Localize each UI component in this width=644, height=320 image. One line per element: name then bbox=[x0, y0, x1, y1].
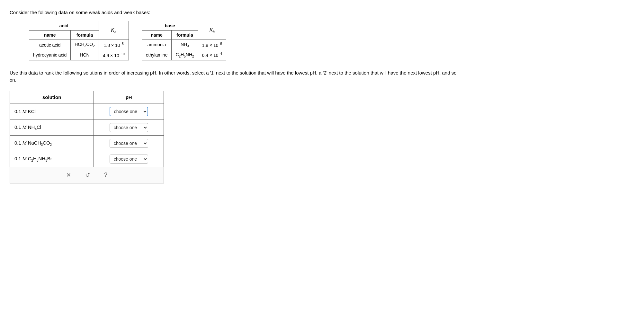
action-row: ✕ ↺ ? bbox=[10, 167, 164, 183]
solution-label-3: 0.1 M NaCH3CO2 bbox=[10, 135, 94, 151]
solution-row-4: 0.1 M C2H5NH3Br choose one 1 2 3 4 bbox=[10, 151, 164, 167]
solution-col-header: solution bbox=[10, 91, 94, 103]
base-kb-2: 6.4 × 10−4 bbox=[198, 50, 226, 60]
acid-row-1: acetic acid HCH3CO2 1.8 × 10−5 bbox=[29, 40, 129, 50]
base-row-1: ammonia NH3 1.8 × 10−5 bbox=[142, 40, 226, 50]
base-kb-1: 1.8 × 10−5 bbox=[198, 40, 226, 50]
instructions-text: Use this data to rank the following solu… bbox=[10, 69, 460, 84]
base-name-2: ethylamine bbox=[142, 50, 172, 60]
base-row-2: ethylamine C2H5NH2 6.4 × 10−4 bbox=[142, 50, 226, 60]
solution-row-2: 0.1 M NH4Cl choose one 1 2 3 4 bbox=[10, 120, 164, 135]
solution-row-3: 0.1 M NaCH3CO2 choose one 1 2 3 4 bbox=[10, 135, 164, 151]
acid-formula-2: HCN bbox=[71, 50, 99, 60]
ka-header: Ka bbox=[99, 21, 129, 40]
solution-label-1: 0.1 M KCl bbox=[10, 103, 94, 120]
intro-text: Consider the following data on some weak… bbox=[10, 10, 634, 15]
undo-button[interactable]: ↺ bbox=[83, 170, 93, 180]
acid-ka-1: 1.8 × 10−5 bbox=[99, 40, 129, 50]
ph-cell-4: choose one 1 2 3 4 bbox=[94, 151, 164, 167]
base-name-1: ammonia bbox=[142, 40, 172, 50]
acid-row-2: hydrocyanic acid HCN 4.9 × 10−10 bbox=[29, 50, 129, 60]
acid-formula-header: formula bbox=[71, 31, 99, 40]
acid-name-header: name bbox=[29, 31, 71, 40]
acid-ka-2: 4.9 × 10−10 bbox=[99, 50, 129, 60]
acid-name-1: acetic acid bbox=[29, 40, 71, 50]
acid-name-2: hydrocyanic acid bbox=[29, 50, 71, 60]
ph-select-1[interactable]: choose one 1 2 3 4 bbox=[110, 107, 148, 116]
base-table: base Kb name formula ammonia NH3 1.8 × 1… bbox=[142, 21, 226, 60]
base-formula-2: C2H5NH2 bbox=[172, 50, 198, 60]
solution-table: solution pH 0.1 M KCl choose one 1 2 3 4 bbox=[10, 91, 164, 167]
tables-row: acid Ka name formula acetic acid HCH3CO2… bbox=[29, 21, 634, 60]
base-header: base bbox=[142, 21, 198, 31]
solution-row-1: 0.1 M KCl choose one 1 2 3 4 bbox=[10, 103, 164, 120]
solution-label-4: 0.1 M C2H5NH3Br bbox=[10, 151, 94, 167]
acid-formula-1: HCH3CO2 bbox=[71, 40, 99, 50]
kb-header: Kb bbox=[198, 21, 226, 40]
solution-table-wrap: solution pH 0.1 M KCl choose one 1 2 3 4 bbox=[10, 91, 634, 183]
ph-select-2[interactable]: choose one 1 2 3 4 bbox=[110, 123, 148, 132]
ph-col-header: pH bbox=[94, 91, 164, 103]
acid-header: acid bbox=[29, 21, 99, 31]
base-formula-1: NH3 bbox=[172, 40, 198, 50]
ph-cell-2: choose one 1 2 3 4 bbox=[94, 120, 164, 135]
solution-label-2: 0.1 M NH4Cl bbox=[10, 120, 94, 135]
ph-select-4[interactable]: choose one 1 2 3 4 bbox=[110, 155, 148, 164]
clear-button[interactable]: ✕ bbox=[64, 170, 74, 180]
acid-table: acid Ka name formula acetic acid HCH3CO2… bbox=[29, 21, 129, 60]
ph-cell-3: choose one 1 2 3 4 bbox=[94, 135, 164, 151]
base-formula-header: formula bbox=[172, 31, 198, 40]
ph-cell-1: choose one 1 2 3 4 bbox=[94, 103, 164, 120]
base-name-header: name bbox=[142, 31, 172, 40]
ph-select-3[interactable]: choose one 1 2 3 4 bbox=[110, 139, 148, 148]
help-button[interactable]: ? bbox=[102, 170, 110, 180]
